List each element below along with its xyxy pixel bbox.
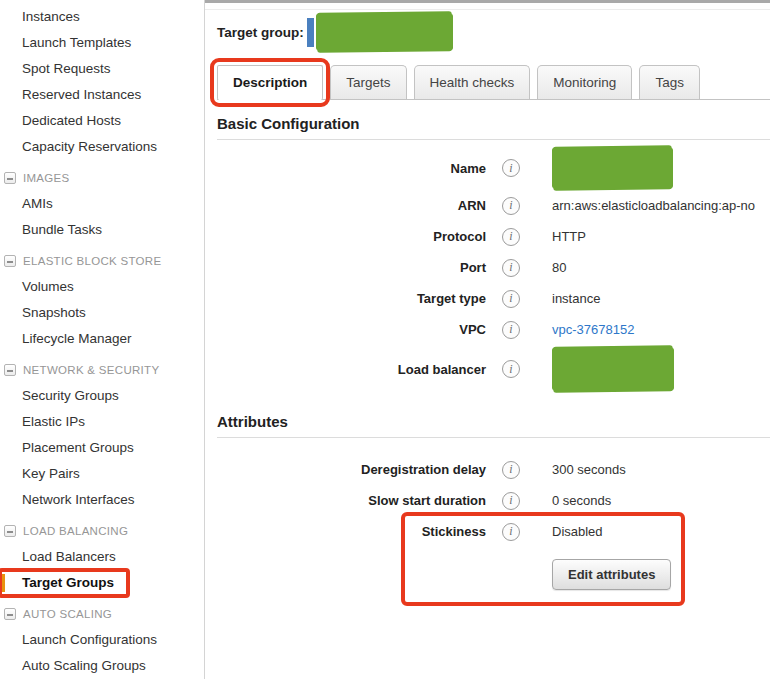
pane-divider-shadow xyxy=(205,9,770,10)
basic-configuration-title: Basic Configuration xyxy=(217,115,770,132)
sidebar-item-key-pairs[interactable]: Key Pairs xyxy=(0,461,204,487)
section-divider xyxy=(217,139,770,140)
sidebar-section-label: LOAD BALANCING xyxy=(23,525,128,537)
config-row-vpc: VPC i vpc-37678152 xyxy=(217,314,770,345)
row-label: Load balancer xyxy=(217,362,486,377)
sidebar-nav: Instances Launch Templates Spot Requests… xyxy=(0,0,205,679)
config-row-protocol: Protocol i HTTP xyxy=(217,221,770,252)
sidebar-section-images[interactable]: IMAGES xyxy=(0,165,204,191)
section-divider xyxy=(217,437,770,438)
ec2-console-window: Instances Launch Templates Spot Requests… xyxy=(0,0,770,679)
sidebar-item-bundle-tasks[interactable]: Bundle Tasks xyxy=(0,217,204,243)
sidebar-item-load-balancers[interactable]: Load Balancers xyxy=(0,544,204,570)
row-value: instance xyxy=(552,291,600,306)
info-icon[interactable]: i xyxy=(502,523,520,541)
sidebar-section-label: AUTO SCALING xyxy=(23,608,112,620)
sidebar-section-label: NETWORK & SECURITY xyxy=(23,364,159,376)
sidebar-item-launch-configurations[interactable]: Launch Configurations xyxy=(0,627,204,653)
row-value: HTTP xyxy=(552,229,586,244)
sidebar-section-auto-scaling[interactable]: AUTO SCALING xyxy=(0,601,204,627)
sidebar-section-elastic-block-store[interactable]: ELASTIC BLOCK STORE xyxy=(0,248,204,274)
tab-monitoring[interactable]: Monitoring xyxy=(537,65,632,99)
config-row-port: Port i 80 xyxy=(217,252,770,283)
row-label: Port xyxy=(217,260,486,275)
row-value: vpc-37678152 xyxy=(552,322,634,337)
sidebar-section-load-balancing[interactable]: LOAD BALANCING xyxy=(0,518,204,544)
sidebar-item-instances[interactable]: Instances xyxy=(0,4,204,30)
sidebar-item-network-interfaces[interactable]: Network Interfaces xyxy=(0,487,204,513)
sidebar-item-spot-requests[interactable]: Spot Requests xyxy=(0,56,204,82)
row-label: Protocol xyxy=(217,229,486,244)
row-label: ARN xyxy=(217,198,486,213)
row-value: Edit attributes xyxy=(552,547,671,590)
sidebar-item-security-groups[interactable]: Security Groups xyxy=(0,383,204,409)
sidebar-item-placement-groups[interactable]: Placement Groups xyxy=(0,435,204,461)
tab-health-checks[interactable]: Health checks xyxy=(414,65,531,99)
sidebar-item-auto-scaling-groups[interactable]: Auto Scaling Groups xyxy=(0,653,204,679)
info-icon[interactable]: i xyxy=(502,461,520,479)
row-label: Target type xyxy=(217,291,486,306)
info-icon[interactable]: i xyxy=(502,259,520,277)
row-label: Name xyxy=(217,161,486,176)
attr-row-stickiness: Stickiness i Disabled xyxy=(405,516,681,547)
row-value xyxy=(552,148,673,188)
attr-row-deregistration-delay: Deregistration delay i 300 seconds xyxy=(217,454,770,485)
redacted-target-group-name xyxy=(316,14,453,50)
sidebar-item-amis[interactable]: AMIs xyxy=(0,191,204,217)
config-row-name: Name i xyxy=(217,146,770,190)
info-icon[interactable]: i xyxy=(502,360,520,378)
attr-row-slow-start: Slow start duration i 0 seconds xyxy=(217,485,770,516)
sidebar-item-target-groups[interactable]: Target Groups xyxy=(0,570,128,596)
collapse-minus-icon[interactable] xyxy=(4,364,16,376)
info-icon[interactable]: i xyxy=(502,290,520,308)
pane-divider[interactable] xyxy=(205,0,770,3)
row-label: Deregistration delay xyxy=(217,462,486,477)
annotation-box-stickiness: Stickiness i Disabled Edit attributes xyxy=(405,516,681,602)
config-row-load-balancer: Load balancer i xyxy=(217,347,770,391)
sidebar-item-lifecycle-manager[interactable]: Lifecycle Manager xyxy=(0,326,204,352)
collapse-minus-icon[interactable] xyxy=(4,525,16,537)
sidebar-item-volumes[interactable]: Volumes xyxy=(0,274,204,300)
row-value: 300 seconds xyxy=(552,462,626,477)
config-row-arn: ARN i arn:aws:elasticloadbalancing:ap-no xyxy=(217,190,770,221)
row-label: VPC xyxy=(217,322,486,337)
attributes-rows: Deregistration delay i 300 seconds Slow … xyxy=(217,454,770,602)
info-icon[interactable]: i xyxy=(502,228,520,246)
sidebar-item-elastic-ips[interactable]: Elastic IPs xyxy=(0,409,204,435)
sidebar-item-capacity-reservations[interactable]: Capacity Reservations xyxy=(0,134,204,160)
target-group-label: Target group: xyxy=(217,25,304,40)
row-value: Disabled xyxy=(552,524,603,539)
row-value xyxy=(552,348,674,390)
sidebar-item-dedicated-hosts[interactable]: Dedicated Hosts xyxy=(0,108,204,134)
sidebar-item-launch-templates[interactable]: Launch Templates xyxy=(0,30,204,56)
row-label: Stickiness xyxy=(405,524,486,539)
sidebar-section-network-security[interactable]: NETWORK & SECURITY xyxy=(0,357,204,383)
info-icon[interactable]: i xyxy=(502,321,520,339)
collapse-minus-icon[interactable] xyxy=(4,172,16,184)
edit-attributes-button[interactable]: Edit attributes xyxy=(552,559,671,590)
row-label: Slow start duration xyxy=(217,493,486,508)
sidebar-item-snapshots[interactable]: Snapshots xyxy=(0,300,204,326)
sidebar-section-label: ELASTIC BLOCK STORE xyxy=(23,255,161,267)
row-value: arn:aws:elasticloadbalancing:ap-no xyxy=(552,198,755,213)
detail-pane: Target group: Description Targets Health… xyxy=(205,0,770,679)
sidebar-item-reserved-instances[interactable]: Reserved Instances xyxy=(0,82,204,108)
row-value: 0 seconds xyxy=(552,493,611,508)
collapse-minus-icon[interactable] xyxy=(4,608,16,620)
config-row-target-type: Target type i instance xyxy=(217,283,770,314)
redacted-name-value xyxy=(552,148,673,188)
collapse-minus-icon[interactable] xyxy=(4,255,16,267)
row-value: 80 xyxy=(552,260,566,275)
tab-targets[interactable]: Targets xyxy=(330,65,406,99)
attributes-title: Attributes xyxy=(217,413,770,430)
info-icon[interactable]: i xyxy=(502,197,520,215)
vpc-link[interactable]: vpc-37678152 xyxy=(552,322,634,337)
tab-bar: Description Targets Health checks Monito… xyxy=(217,59,770,100)
text-cursor xyxy=(307,18,314,47)
sidebar-section-label: IMAGES xyxy=(23,172,70,184)
info-icon[interactable]: i xyxy=(502,492,520,510)
info-icon[interactable]: i xyxy=(502,159,520,177)
tab-tags[interactable]: Tags xyxy=(639,65,700,99)
tab-description[interactable]: Description xyxy=(217,65,323,100)
redacted-load-balancer-value xyxy=(552,348,674,390)
